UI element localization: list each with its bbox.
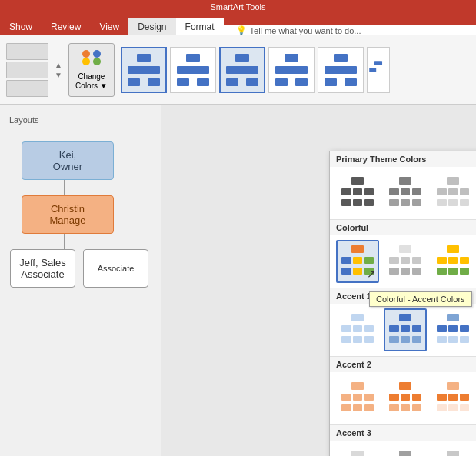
tab-review[interactable]: Review bbox=[42, 18, 90, 35]
tab-format[interactable]: Format bbox=[176, 18, 224, 35]
title-bar: SmartArt Tools bbox=[0, 0, 476, 15]
associate-box: Associate bbox=[83, 249, 148, 288]
svg-rect-110 bbox=[437, 336, 447, 343]
svg-rect-48 bbox=[401, 199, 410, 206]
svg-rect-55 bbox=[448, 199, 458, 206]
smartart-thumb-6[interactable] bbox=[367, 47, 390, 93]
accent2-option-3[interactable] bbox=[431, 377, 474, 420]
svg-rect-147 bbox=[460, 404, 469, 411]
smartart-thumb-4[interactable] bbox=[268, 47, 315, 93]
svg-rect-65 bbox=[389, 257, 399, 264]
svg-rect-135 bbox=[389, 394, 399, 401]
svg-rect-96 bbox=[341, 336, 351, 343]
svg-rect-99 bbox=[399, 314, 411, 321]
accent3-option-3[interactable] bbox=[431, 445, 474, 456]
svg-rect-31 bbox=[345, 66, 357, 74]
svg-rect-66 bbox=[401, 257, 410, 264]
svg-rect-4 bbox=[137, 54, 151, 62]
svg-rect-35 bbox=[369, 68, 376, 72]
svg-rect-176 bbox=[447, 451, 459, 456]
smartart-thumb-5[interactable] bbox=[318, 47, 364, 93]
svg-rect-45 bbox=[401, 188, 410, 195]
svg-rect-109 bbox=[460, 325, 469, 332]
accent3-option-1[interactable] bbox=[336, 445, 379, 456]
svg-rect-133 bbox=[364, 404, 374, 411]
colorful-header: Colorful bbox=[330, 219, 476, 235]
svg-rect-95 bbox=[364, 325, 374, 332]
svg-rect-93 bbox=[341, 325, 351, 332]
ribbon-layouts: ▲ ▼ bbox=[6, 43, 68, 97]
kei-box: Kei,Owner bbox=[22, 141, 114, 180]
colorful-option-3[interactable] bbox=[431, 240, 474, 283]
svg-rect-64 bbox=[399, 245, 411, 253]
svg-rect-103 bbox=[389, 336, 399, 343]
smartart-thumb-1[interactable] bbox=[121, 47, 167, 93]
svg-rect-68 bbox=[389, 268, 399, 275]
accent3-option-2[interactable] bbox=[384, 445, 427, 456]
accent2-option-2[interactable] bbox=[384, 377, 427, 420]
svg-rect-51 bbox=[437, 188, 447, 195]
accent1-option-1[interactable] bbox=[336, 308, 379, 351]
svg-rect-13 bbox=[197, 66, 209, 74]
tab-design[interactable]: Design bbox=[128, 18, 175, 35]
primary-option-3[interactable] bbox=[431, 171, 474, 215]
svg-rect-57 bbox=[351, 245, 364, 253]
accent1-option-3[interactable] bbox=[431, 308, 474, 351]
smartart-thumb-2[interactable] bbox=[170, 47, 216, 93]
svg-rect-49 bbox=[412, 199, 421, 206]
accent2-header: Accent 2 bbox=[330, 356, 476, 372]
svg-point-2 bbox=[82, 58, 90, 65]
connector-v2 bbox=[64, 234, 65, 249]
jeff-box: Jeff, SalesAssociate bbox=[10, 249, 75, 288]
slide-area: Layouts Kei,Owner ChristinManage Jeff, S… bbox=[0, 105, 476, 456]
accent3-grid bbox=[330, 441, 476, 456]
svg-rect-43 bbox=[399, 177, 411, 185]
svg-rect-38 bbox=[353, 188, 362, 195]
slide-panel: Primary Theme Colors bbox=[161, 105, 476, 456]
colorful-option-2[interactable] bbox=[384, 240, 427, 283]
svg-rect-162 bbox=[351, 451, 364, 456]
accent2-option-1[interactable] bbox=[336, 377, 379, 420]
ribbon: ▲ ▼ ChangeColors ▼ bbox=[0, 35, 476, 105]
svg-rect-131 bbox=[341, 404, 351, 411]
tab-show[interactable]: Show bbox=[0, 18, 42, 35]
primary-option-2[interactable] bbox=[384, 171, 427, 215]
svg-rect-59 bbox=[353, 257, 362, 264]
tab-view[interactable]: View bbox=[90, 18, 128, 35]
svg-rect-26 bbox=[275, 78, 288, 86]
connector-v1 bbox=[64, 180, 65, 195]
svg-rect-100 bbox=[389, 325, 399, 332]
svg-rect-36 bbox=[351, 177, 364, 185]
svg-rect-25 bbox=[295, 66, 308, 74]
svg-rect-104 bbox=[401, 336, 410, 343]
svg-rect-28 bbox=[334, 54, 348, 62]
svg-rect-16 bbox=[235, 54, 249, 62]
svg-rect-10 bbox=[186, 54, 200, 62]
accent3-header: Accent 3 bbox=[330, 424, 476, 441]
svg-rect-54 bbox=[437, 199, 447, 206]
primary-color-grid bbox=[330, 167, 476, 219]
svg-rect-50 bbox=[447, 177, 459, 185]
accent1-option-2[interactable] bbox=[384, 308, 427, 351]
smartart-thumb-3[interactable] bbox=[219, 47, 265, 93]
colorful-option-1[interactable]: ↗ bbox=[336, 240, 379, 283]
svg-rect-74 bbox=[460, 257, 469, 264]
svg-rect-76 bbox=[448, 268, 458, 275]
svg-rect-7 bbox=[148, 66, 160, 74]
svg-rect-37 bbox=[341, 188, 351, 195]
svg-rect-129 bbox=[353, 394, 362, 401]
svg-rect-52 bbox=[448, 188, 458, 195]
search-bar-text: Tell me what you want to do... bbox=[250, 26, 361, 35]
svg-rect-145 bbox=[437, 404, 447, 411]
colorful-grid: ↗ bbox=[330, 235, 476, 288]
title-label: SmartArt Tools bbox=[211, 2, 266, 12]
svg-rect-94 bbox=[353, 325, 362, 332]
primary-option-1[interactable] bbox=[336, 171, 379, 215]
change-colors-button[interactable]: ChangeColors ▼ bbox=[68, 43, 115, 97]
svg-rect-9 bbox=[148, 78, 160, 86]
svg-rect-61 bbox=[341, 268, 351, 275]
svg-rect-77 bbox=[460, 268, 469, 275]
svg-rect-8 bbox=[128, 78, 140, 86]
svg-rect-22 bbox=[285, 54, 298, 62]
svg-rect-143 bbox=[448, 394, 458, 401]
